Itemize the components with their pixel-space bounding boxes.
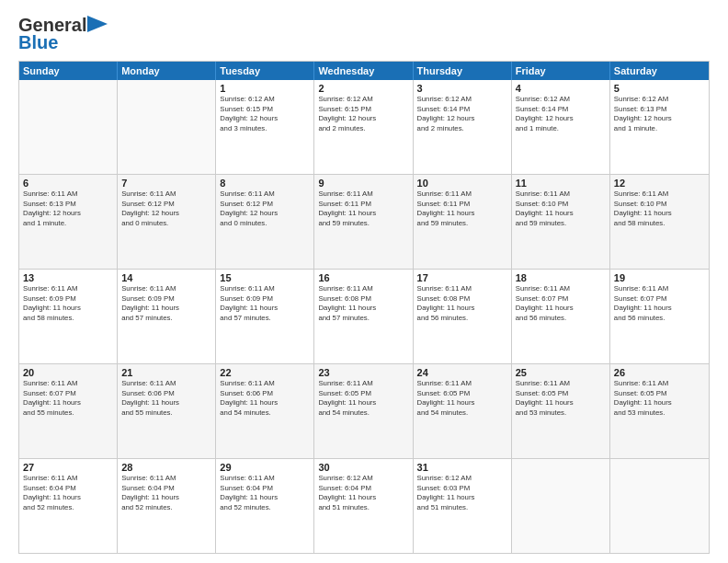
header-day-thursday: Thursday (414, 62, 512, 80)
day-number: 29 (220, 462, 310, 473)
day-number: 3 (417, 83, 507, 94)
day-number: 12 (614, 178, 705, 189)
day-info: Sunrise: 6:12 AM Sunset: 6:15 PM Dayligh… (220, 95, 310, 133)
empty-cell (19, 80, 118, 174)
header-day-monday: Monday (118, 62, 216, 80)
day-info: Sunrise: 6:11 AM Sunset: 6:05 PM Dayligh… (614, 379, 705, 418)
day-number: 2 (318, 83, 408, 94)
header-day-sunday: Sunday (19, 62, 118, 80)
day-number: 26 (614, 367, 705, 378)
day-cell-12: 12Sunrise: 6:11 AM Sunset: 6:10 PM Dayli… (610, 175, 709, 269)
day-cell-31: 31Sunrise: 6:12 AM Sunset: 6:03 PM Dayli… (414, 459, 512, 553)
day-cell-18: 18Sunrise: 6:11 AM Sunset: 6:07 PM Dayli… (512, 270, 610, 363)
day-number: 17 (417, 272, 507, 283)
day-cell-1: 1Sunrise: 6:12 AM Sunset: 6:15 PM Daylig… (216, 80, 314, 174)
day-cell-4: 4Sunrise: 6:12 AM Sunset: 6:14 PM Daylig… (512, 80, 610, 174)
week-row-4: 20Sunrise: 6:11 AM Sunset: 6:07 PM Dayli… (19, 363, 709, 458)
day-info: Sunrise: 6:11 AM Sunset: 6:10 PM Dayligh… (516, 190, 606, 228)
day-cell-23: 23Sunrise: 6:11 AM Sunset: 6:05 PM Dayli… (314, 364, 413, 458)
day-number: 7 (121, 178, 211, 189)
day-info: Sunrise: 6:11 AM Sunset: 6:08 PM Dayligh… (318, 284, 408, 323)
day-info: Sunrise: 6:12 AM Sunset: 6:04 PM Dayligh… (318, 474, 408, 512)
day-number: 23 (318, 367, 408, 378)
day-info: Sunrise: 6:11 AM Sunset: 6:11 PM Dayligh… (318, 190, 408, 228)
day-info: Sunrise: 6:11 AM Sunset: 6:12 PM Dayligh… (121, 190, 211, 228)
header-day-friday: Friday (512, 62, 610, 80)
day-cell-27: 27Sunrise: 6:11 AM Sunset: 6:04 PM Dayli… (19, 459, 118, 553)
day-cell-13: 13Sunrise: 6:11 AM Sunset: 6:09 PM Dayli… (19, 270, 118, 363)
day-cell-14: 14Sunrise: 6:11 AM Sunset: 6:09 PM Dayli… (118, 270, 216, 363)
week-row-3: 13Sunrise: 6:11 AM Sunset: 6:09 PM Dayli… (19, 269, 709, 363)
empty-cell (512, 459, 610, 553)
day-number: 13 (23, 272, 113, 283)
svg-marker-0 (87, 16, 108, 32)
day-cell-29: 29Sunrise: 6:11 AM Sunset: 6:04 PM Dayli… (216, 459, 314, 553)
day-number: 6 (23, 178, 113, 189)
day-number: 21 (121, 367, 211, 378)
calendar-body: 1Sunrise: 6:12 AM Sunset: 6:15 PM Daylig… (19, 80, 709, 553)
day-info: Sunrise: 6:11 AM Sunset: 6:09 PM Dayligh… (23, 284, 113, 323)
day-cell-26: 26Sunrise: 6:11 AM Sunset: 6:05 PM Dayli… (610, 364, 709, 458)
day-info: Sunrise: 6:11 AM Sunset: 6:06 PM Dayligh… (220, 379, 310, 418)
day-info: Sunrise: 6:11 AM Sunset: 6:08 PM Dayligh… (417, 284, 507, 323)
day-info: Sunrise: 6:11 AM Sunset: 6:07 PM Dayligh… (23, 379, 113, 418)
header: General Blue (18, 15, 710, 53)
day-cell-20: 20Sunrise: 6:11 AM Sunset: 6:07 PM Dayli… (19, 364, 118, 458)
header-day-tuesday: Tuesday (216, 62, 314, 80)
day-cell-3: 3Sunrise: 6:12 AM Sunset: 6:14 PM Daylig… (414, 80, 512, 174)
calendar: SundayMondayTuesdayWednesdayThursdayFrid… (18, 61, 710, 554)
day-cell-2: 2Sunrise: 6:12 AM Sunset: 6:15 PM Daylig… (314, 80, 413, 174)
day-info: Sunrise: 6:12 AM Sunset: 6:03 PM Dayligh… (417, 474, 507, 512)
day-cell-19: 19Sunrise: 6:11 AM Sunset: 6:07 PM Dayli… (610, 270, 709, 363)
logo-arrow-icon (87, 16, 108, 32)
page: General Blue SundayMondayTuesdayWednesda… (0, 0, 728, 563)
logo: General Blue (18, 15, 108, 53)
day-number: 1 (220, 83, 310, 94)
day-info: Sunrise: 6:11 AM Sunset: 6:12 PM Dayligh… (220, 190, 310, 228)
day-cell-21: 21Sunrise: 6:11 AM Sunset: 6:06 PM Dayli… (118, 364, 216, 458)
day-info: Sunrise: 6:11 AM Sunset: 6:07 PM Dayligh… (614, 284, 705, 323)
day-number: 24 (417, 367, 507, 378)
day-info: Sunrise: 6:11 AM Sunset: 6:04 PM Dayligh… (220, 474, 310, 512)
day-info: Sunrise: 6:11 AM Sunset: 6:05 PM Dayligh… (417, 379, 507, 418)
week-row-1: 1Sunrise: 6:12 AM Sunset: 6:15 PM Daylig… (19, 80, 709, 174)
day-cell-25: 25Sunrise: 6:11 AM Sunset: 6:05 PM Dayli… (512, 364, 610, 458)
day-info: Sunrise: 6:11 AM Sunset: 6:05 PM Dayligh… (318, 379, 408, 418)
day-cell-28: 28Sunrise: 6:11 AM Sunset: 6:04 PM Dayli… (118, 459, 216, 553)
day-number: 16 (318, 272, 408, 283)
day-number: 20 (23, 367, 113, 378)
logo-blue: Blue (18, 32, 58, 53)
day-info: Sunrise: 6:11 AM Sunset: 6:06 PM Dayligh… (121, 379, 211, 418)
day-info: Sunrise: 6:11 AM Sunset: 6:10 PM Dayligh… (614, 190, 705, 228)
day-info: Sunrise: 6:11 AM Sunset: 6:13 PM Dayligh… (23, 190, 113, 228)
week-row-2: 6Sunrise: 6:11 AM Sunset: 6:13 PM Daylig… (19, 174, 709, 269)
day-cell-11: 11Sunrise: 6:11 AM Sunset: 6:10 PM Dayli… (512, 175, 610, 269)
day-info: Sunrise: 6:11 AM Sunset: 6:09 PM Dayligh… (121, 284, 211, 323)
day-number: 25 (516, 367, 606, 378)
day-info: Sunrise: 6:12 AM Sunset: 6:15 PM Dayligh… (318, 95, 408, 133)
day-info: Sunrise: 6:12 AM Sunset: 6:13 PM Dayligh… (614, 95, 705, 133)
day-number: 28 (121, 462, 211, 473)
day-cell-10: 10Sunrise: 6:11 AM Sunset: 6:11 PM Dayli… (414, 175, 512, 269)
day-info: Sunrise: 6:12 AM Sunset: 6:14 PM Dayligh… (516, 95, 606, 133)
day-info: Sunrise: 6:11 AM Sunset: 6:11 PM Dayligh… (417, 190, 507, 228)
day-cell-17: 17Sunrise: 6:11 AM Sunset: 6:08 PM Dayli… (414, 270, 512, 363)
day-number: 10 (417, 178, 507, 189)
day-number: 5 (614, 83, 705, 94)
day-cell-7: 7Sunrise: 6:11 AM Sunset: 6:12 PM Daylig… (118, 175, 216, 269)
day-cell-22: 22Sunrise: 6:11 AM Sunset: 6:06 PM Dayli… (216, 364, 314, 458)
day-info: Sunrise: 6:11 AM Sunset: 6:04 PM Dayligh… (121, 474, 211, 512)
empty-cell (118, 80, 216, 174)
day-cell-16: 16Sunrise: 6:11 AM Sunset: 6:08 PM Dayli… (314, 270, 413, 363)
day-cell-8: 8Sunrise: 6:11 AM Sunset: 6:12 PM Daylig… (216, 175, 314, 269)
day-cell-6: 6Sunrise: 6:11 AM Sunset: 6:13 PM Daylig… (19, 175, 118, 269)
calendar-header: SundayMondayTuesdayWednesdayThursdayFrid… (19, 62, 709, 80)
day-info: Sunrise: 6:11 AM Sunset: 6:09 PM Dayligh… (220, 284, 310, 323)
day-cell-5: 5Sunrise: 6:12 AM Sunset: 6:13 PM Daylig… (610, 80, 709, 174)
week-row-5: 27Sunrise: 6:11 AM Sunset: 6:04 PM Dayli… (19, 458, 709, 553)
day-number: 8 (220, 178, 310, 189)
empty-cell (610, 459, 709, 553)
day-cell-15: 15Sunrise: 6:11 AM Sunset: 6:09 PM Dayli… (216, 270, 314, 363)
day-cell-9: 9Sunrise: 6:11 AM Sunset: 6:11 PM Daylig… (314, 175, 413, 269)
day-number: 18 (516, 272, 606, 283)
